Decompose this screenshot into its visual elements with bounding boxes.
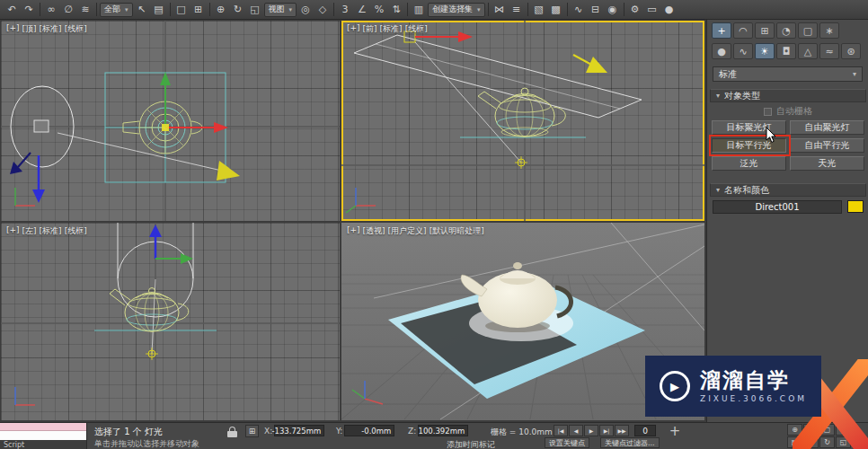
zoom-extents-all-icon[interactable]: ◎ (836, 424, 851, 436)
snaps-toggle-icon[interactable]: 3 (337, 2, 353, 18)
tab-display[interactable]: ▢ (798, 22, 818, 39)
omni-button[interactable]: 泛光 (712, 156, 786, 171)
skylight-button[interactable]: 天光 (790, 156, 864, 171)
subcat-helpers[interactable]: △ (798, 43, 818, 59)
material-editor-icon[interactable]: ◉ (605, 2, 621, 18)
free-spot-button[interactable]: 自由聚光灯 (790, 120, 864, 135)
viewport-top-canvas[interactable] (1, 21, 340, 221)
zoom-icon[interactable]: ⊕ (787, 424, 802, 436)
maximize-viewport-icon[interactable]: ◱ (836, 436, 851, 448)
teapot-wireframe[interactable] (110, 288, 189, 332)
bind-to-space-warp-icon[interactable]: ≋ (77, 2, 93, 18)
viewport-label-segment[interactable]: [顶] (22, 23, 37, 35)
free-direct-button[interactable]: 自由平行光 (790, 138, 864, 153)
select-and-rotate-icon[interactable]: ↻ (230, 2, 246, 18)
viewport-label-segment[interactable]: [线框] (65, 225, 87, 237)
select-object-icon[interactable]: ↖ (134, 2, 150, 18)
go-to-end-button[interactable]: ▶▶ (615, 425, 629, 436)
macro-recorder-line[interactable] (0, 423, 86, 431)
go-to-start-button[interactable]: |◀ (554, 425, 568, 436)
undo-icon[interactable]: ↶ (4, 2, 20, 18)
viewport-label-segment[interactable]: [前] (363, 23, 377, 35)
listener-script-tab[interactable]: Script (0, 440, 86, 449)
render-setup-icon[interactable]: ⚙ (627, 2, 643, 18)
viewport-label-segment[interactable]: [标准] (40, 23, 62, 35)
pan-view-icon[interactable]: ⇄ (803, 436, 819, 448)
orbit-icon[interactable]: ↻ (819, 436, 835, 448)
selection-lock-icon[interactable] (226, 427, 238, 437)
viewport-label-segment[interactable]: [线框] (405, 23, 428, 35)
teapot-wireframe[interactable] (478, 88, 565, 136)
tab-utilities[interactable]: ∗ (819, 22, 839, 39)
tab-hierarchy[interactable]: ⊞ (755, 22, 775, 39)
viewport-front[interactable]: [+][前][标准][线框] (341, 21, 704, 221)
light-name-field[interactable]: Direct001 (713, 200, 842, 214)
align-icon[interactable]: ≡ (509, 2, 525, 18)
named-selection-sets-dropdown[interactable]: 创建选择集▾ (428, 3, 485, 17)
viewport-label-segment[interactable]: [+] (347, 225, 360, 237)
curve-editor-icon[interactable]: ∿ (571, 2, 587, 18)
select-by-name-icon[interactable]: ▤ (151, 2, 167, 18)
previous-frame-button[interactable]: ◀ (569, 425, 583, 436)
viewport-front-canvas[interactable] (341, 21, 704, 221)
schematic-view-icon[interactable]: ⊟ (588, 2, 604, 18)
viewport-layout-plus-button[interactable]: + (667, 423, 683, 439)
select-and-link-icon[interactable]: ∞ (43, 2, 59, 18)
viewport-label-segment[interactable]: [透视] (363, 225, 385, 237)
autogrid-checkbox[interactable]: 自动栅格 (707, 105, 868, 118)
add-time-tag[interactable]: 添加时间标记 (447, 439, 495, 449)
absolute-mode-toggle-icon[interactable]: ⊞ (245, 425, 259, 437)
layer-manager-icon[interactable]: ▧ (531, 2, 547, 18)
viewport-label-segment[interactable]: [标准] (40, 225, 62, 237)
set-key-button[interactable]: 设置关键点 (545, 437, 589, 448)
key-filters-button[interactable]: 关键点过滤器... (600, 437, 660, 448)
y-coordinate-field[interactable]: -0.0mm (344, 425, 394, 436)
redo-icon[interactable]: ↷ (21, 2, 37, 18)
render-production-icon[interactable]: ● (661, 2, 678, 18)
direct-light-gizmo[interactable] (354, 31, 642, 169)
viewport-left[interactable]: [+][左][标准][线框] (1, 223, 340, 420)
subcat-space-warps[interactable]: ≈ (819, 43, 839, 59)
x-coordinate-field[interactable]: -133.725mm (274, 425, 324, 436)
viewport-left-canvas[interactable] (1, 223, 340, 420)
angle-snap-icon[interactable]: ∠ (354, 2, 370, 18)
rollout-object-type[interactable]: ▾ 对象类型 (710, 89, 866, 102)
light-category-dropdown[interactable]: 标准 ▾ (713, 66, 863, 82)
graphite-ribbon-icon[interactable]: ▩ (548, 2, 564, 18)
zoom-region-icon[interactable]: ▣ (787, 436, 802, 448)
selection-filter-dropdown[interactable]: 全部▾ (100, 3, 133, 17)
unlink-selection-icon[interactable]: ∅ (60, 2, 76, 18)
mirror-icon[interactable]: ⋈ (492, 2, 508, 18)
use-pivot-center-icon[interactable]: ◎ (297, 2, 314, 18)
select-and-manipulate-icon[interactable]: ◇ (314, 2, 331, 18)
edit-named-selections-icon[interactable]: ▥ (411, 2, 427, 18)
viewport-label-segment[interactable]: [标准] (380, 23, 403, 35)
spinner-snap-icon[interactable]: ⇅ (388, 2, 404, 18)
viewport-label-segment[interactable]: [+] (6, 23, 20, 35)
current-frame-field[interactable]: 0 (634, 425, 656, 436)
subcat-lights[interactable]: ☀ (755, 43, 775, 59)
subcat-cameras[interactable]: ◘ (776, 43, 796, 59)
viewport-label-segment[interactable]: [+] (347, 23, 360, 35)
rendered-frame-window-icon[interactable]: ▭ (644, 2, 660, 18)
zoom-all-icon[interactable]: ⊞ (803, 424, 819, 436)
subcat-shapes[interactable]: ∿ (733, 43, 753, 59)
select-and-scale-icon[interactable]: ◱ (247, 2, 263, 18)
viewport-label-segment[interactable]: [默认明暗处理] (430, 225, 484, 237)
subcat-systems[interactable]: ⊛ (841, 43, 861, 59)
zoom-extents-icon[interactable]: ▢ (819, 424, 835, 436)
play-animation-button[interactable]: ▶ (584, 425, 598, 436)
listener-line[interactable] (0, 431, 86, 440)
tab-modify[interactable]: ◠ (733, 22, 753, 39)
viewport-label-segment[interactable]: [左] (22, 225, 37, 237)
subcat-geometry[interactable]: ● (712, 43, 731, 59)
tab-create[interactable]: + (712, 22, 731, 39)
z-coordinate-field[interactable]: 100.392mm (418, 425, 468, 436)
rollout-name-color[interactable]: ▾ 名称和颜色 (710, 183, 866, 197)
reference-coordinate-dropdown[interactable]: 视图▾ (264, 3, 297, 17)
viewport-label-segment[interactable]: [用户定义] (388, 225, 427, 237)
next-frame-button[interactable]: ▶| (599, 425, 614, 436)
selection-region-icon[interactable]: □ (173, 2, 190, 18)
viewport-label-segment[interactable]: [线框] (65, 23, 87, 35)
tab-motion[interactable]: ◔ (776, 22, 796, 39)
